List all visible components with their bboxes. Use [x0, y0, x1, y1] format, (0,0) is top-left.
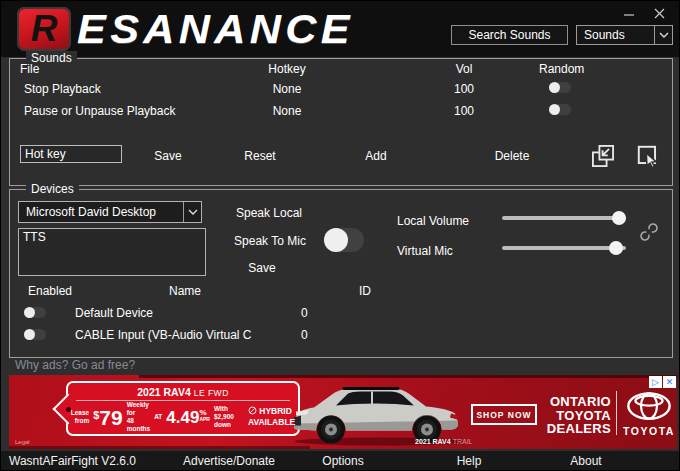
- unlink-icon: [639, 222, 659, 242]
- adchoices-icon[interactable]: ▷: [649, 376, 662, 388]
- sound-row-file[interactable]: Pause or Unpause Playback: [24, 104, 175, 118]
- device-enabled-toggle[interactable]: [24, 307, 46, 318]
- logo-wordmark: ESANANCE: [77, 5, 354, 53]
- sound-row-file[interactable]: Stop Playback: [24, 82, 101, 96]
- tts-text-input[interactable]: TTS: [18, 228, 206, 276]
- down-payment: With$2,900 down: [214, 405, 234, 428]
- dealer-text: ONTARIO TOYOTA DEALERS: [525, 395, 611, 436]
- speak-local-button[interactable]: Speak Local: [236, 206, 302, 220]
- version-label: WasntAFairFight V2.6.0: [9, 454, 136, 468]
- logo-r-icon: R: [17, 7, 71, 51]
- column-header-random: Random: [539, 62, 584, 76]
- sounds-category-value: Sounds: [577, 28, 654, 42]
- unlink-volumes-button[interactable]: [639, 222, 659, 245]
- device-enabled-toggle[interactable]: [24, 329, 46, 340]
- pop-out-icon: [590, 143, 616, 169]
- ad-price-tag: 2021 RAV4 LE FWD Leasefrom $79 Weekly fo…: [66, 381, 300, 436]
- lease-terms: Weekly for48 months: [127, 401, 150, 432]
- about-button[interactable]: About: [570, 454, 601, 468]
- slider-thumb[interactable]: [609, 241, 623, 255]
- minimize-icon: [623, 7, 635, 19]
- hybrid-icon: [248, 406, 257, 415]
- slider-track: [502, 216, 626, 220]
- lease-price: $79: [93, 407, 122, 428]
- column-header-file: File: [20, 62, 39, 76]
- resanance-logo: R ESANANCE: [17, 5, 333, 53]
- help-button[interactable]: Help: [457, 454, 482, 468]
- search-sounds-input[interactable]: [451, 25, 568, 45]
- ad-offer-row: Leasefrom $79 Weekly for48 months AT 4.4…: [76, 400, 290, 433]
- column-header-hotkey: Hotkey: [268, 62, 305, 76]
- ad-close-icon[interactable]: ✕: [663, 376, 676, 388]
- select-sound-button[interactable]: [635, 143, 661, 169]
- sound-row-hotkey[interactable]: None: [273, 104, 302, 118]
- ad-trim: LE FWD: [194, 388, 229, 398]
- apr-rate: 4.49 % APR: [166, 409, 210, 426]
- virtual-mic-label: Virtual Mic: [397, 244, 453, 258]
- sounds-category-select[interactable]: Sounds: [576, 25, 673, 45]
- random-toggle[interactable]: [549, 104, 571, 115]
- column-header-enabled: Enabled: [28, 284, 72, 298]
- resanance-window: R ESANANCE Sounds Sounds File Hotkey Vol…: [0, 0, 680, 471]
- speak-to-mic-toggle[interactable]: [324, 228, 364, 252]
- options-button[interactable]: Options: [322, 454, 363, 468]
- devices-group-title: Devices: [26, 182, 79, 196]
- ad-legal-link[interactable]: Legal: [15, 439, 30, 445]
- tts-voice-value: Microsoft David Desktop: [19, 205, 183, 219]
- status-bar: WasntAFairFight V2.6.0 Advertise/Donate …: [1, 451, 680, 471]
- go-ad-free-link[interactable]: Why ads? Go ad free?: [15, 358, 135, 372]
- column-header-id: ID: [359, 284, 371, 298]
- device-name[interactable]: CABLE Input (VB-Audio Virtual C: [75, 328, 252, 342]
- tts-voice-select[interactable]: Microsoft David Desktop: [18, 201, 202, 223]
- advertise-donate-button[interactable]: Advertise/Donate: [183, 454, 275, 468]
- toyota-wordmark: TOYOTA: [621, 425, 677, 437]
- toyota-emblem-icon: [625, 391, 673, 421]
- virtual-mic-slider[interactable]: [502, 241, 626, 255]
- ad-banner[interactable]: 2021 RAV4 LE FWD Leasefrom $79 Weekly fo…: [9, 375, 677, 449]
- local-volume-label: Local Volume: [397, 214, 469, 228]
- local-volume-slider[interactable]: [502, 211, 626, 225]
- add-button[interactable]: Add: [365, 149, 386, 163]
- sound-row-volume[interactable]: 100: [454, 104, 474, 118]
- random-toggle[interactable]: [549, 82, 571, 93]
- close-button[interactable]: [647, 3, 671, 23]
- chevron-down-icon: [654, 26, 672, 44]
- pop-out-button[interactable]: [590, 143, 616, 169]
- ad-caption: 2021 RAV4TRAIL: [415, 438, 473, 445]
- column-header-vol: Vol: [456, 62, 473, 76]
- slider-thumb[interactable]: [612, 211, 626, 225]
- sound-row-hotkey[interactable]: None: [273, 82, 302, 96]
- minimize-button[interactable]: [617, 3, 641, 23]
- save-devices-button[interactable]: Save: [248, 261, 275, 275]
- delete-button[interactable]: Delete: [495, 149, 530, 163]
- hotkey-input[interactable]: [20, 145, 122, 163]
- lease-label: Leasefrom: [71, 409, 89, 425]
- reset-button[interactable]: Reset: [244, 149, 275, 163]
- ad-divider: [616, 391, 617, 435]
- sounds-group: Sounds File Hotkey Vol Random Stop Playb…: [9, 58, 673, 186]
- title-bar: R ESANANCE Sounds: [1, 1, 680, 57]
- device-name[interactable]: Default Device: [75, 306, 153, 320]
- column-header-name: Name: [169, 284, 201, 298]
- cursor-select-icon: [635, 143, 661, 169]
- device-id: 0: [301, 328, 308, 342]
- slider-track: [502, 246, 626, 250]
- chevron-down-icon: [183, 202, 201, 222]
- hybrid-badge: HYBRIDAVAILABLE: [248, 406, 295, 427]
- device-id: 0: [301, 306, 308, 320]
- ad-model: 2021 RAV4: [137, 386, 191, 398]
- save-button[interactable]: Save: [154, 149, 181, 163]
- sound-row-volume[interactable]: 100: [454, 82, 474, 96]
- at-label: AT: [154, 413, 162, 421]
- toyota-logo: TOYOTA: [621, 391, 677, 437]
- devices-group: Devices Microsoft David Desktop TTS Spea…: [9, 189, 673, 358]
- speak-to-mic-label: Speak To Mic: [234, 234, 306, 248]
- close-icon: [653, 7, 666, 20]
- ad-model-title: 2021 RAV4 LE FWD: [68, 386, 298, 398]
